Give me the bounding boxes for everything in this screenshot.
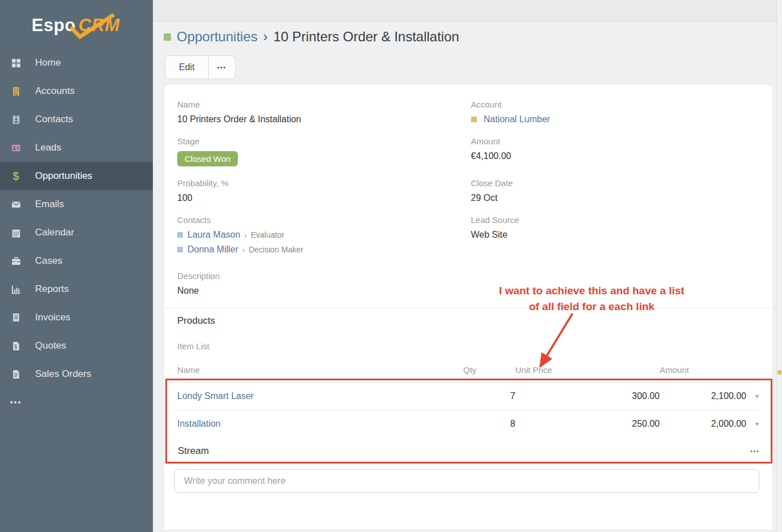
product-link[interactable]: Installation [177,419,221,428]
scrollbar[interactable] [776,0,782,532]
qty-cell: 8 [463,410,515,438]
sidebar-item-label: Invoices [35,312,70,323]
sidebar-item-quotes[interactable]: $ Quotes [0,332,153,360]
calendar-icon [10,228,22,238]
table-row: Londy Smart Laser 7 300.00 2,100.00 ▾ [177,383,759,410]
top-bar [153,0,782,22]
field-label: Description [177,271,465,281]
sidebar-item-opportunities[interactable]: $ Opportunities [0,162,153,190]
sidebar-item-invoices[interactable]: Invoices [0,303,153,332]
contact-entity-square-icon [177,232,183,238]
product-link[interactable]: Londy Smart Laser [177,391,254,401]
account-link[interactable]: National Lumber [484,114,550,124]
sidebar-item-label: Opportunities [35,170,92,182]
stream-menu-button[interactable]: ••• [750,448,759,454]
sidebar-item-label: Calendar [35,227,74,238]
field-label: Lead Source [471,215,759,225]
page-title: 10 Printers Order & Installation [274,29,459,45]
sidebar-item-label: Reports [35,284,69,295]
scrollbar-marker [777,370,781,375]
record-menu-button[interactable]: ••• [209,55,236,79]
sidebar-item-calendar[interactable]: Calendar [0,218,153,247]
products-section: Products Item List Name Qty Unit Price A… [164,308,772,437]
field-value: €4,100.00 [471,151,759,161]
field-label: Contacts [177,215,465,225]
sidebar-item-label: Sales Orders [35,368,91,380]
building-icon [10,86,22,96]
sidebar-item-label: Emails [35,199,64,210]
comment-input[interactable] [174,469,759,493]
grid-icon [10,58,22,68]
breadcrumb-opportunities-link[interactable]: Opportunities [177,29,258,45]
sidebar-item-label: Cases [35,255,62,267]
breadcrumb-separator: › [263,29,268,45]
contact-link[interactable]: Laura Mason [187,230,240,240]
logo-text-espo: Espo [32,15,76,36]
breadcrumb: Opportunities › 10 Printers Order & Inst… [164,29,782,45]
quote-doc-icon: $ [10,341,22,351]
contact-role: Decision Maker [249,245,303,254]
table-row: Installation 8 250.00 2,000.00 ▾ [177,410,759,438]
column-header-amount: Amount [660,358,759,383]
stream-section: Stream ••• [164,437,772,493]
sidebar-item-leads[interactable]: Leads [0,134,153,162]
unit-price-cell: 300.00 [515,383,660,410]
field-probability: Probability, % 100 [177,178,465,203]
field-value: Web Site [471,230,759,240]
field-label: Probability, % [177,178,465,188]
field-description: Description None [177,271,465,296]
main-content: Opportunities › 10 Printers Order & Inst… [153,0,782,532]
espocrm-logo[interactable]: Espo CRM [0,0,153,49]
annotation-text: I want to achieve this and have a list o… [469,283,715,315]
sidebar-item-emails[interactable]: Emails [0,190,153,218]
field-label: Name [177,100,465,109]
order-doc-icon [10,369,22,379]
field-label: Close Date [471,178,759,188]
field-value: 100 [177,193,465,203]
sidebar-item-label: Home [35,57,61,68]
table-header-row: Name Qty Unit Price Amount [177,358,759,383]
sidebar-item-label: Accounts [35,85,75,97]
svg-text:$: $ [14,345,17,350]
opportunity-entity-square-icon [164,33,171,41]
row-dropdown-caret-icon[interactable]: ▾ [755,420,759,428]
fields-grid: Name 10 Printers Order & Installation Ac… [164,85,772,308]
products-heading: Products [177,315,759,327]
column-header-name: Name [177,358,463,383]
sidebar-item-sales-orders[interactable]: Sales Orders [0,360,153,388]
field-label: Stage [177,136,465,146]
stream-heading: Stream [178,445,209,457]
unit-price-cell: 250.00 [515,410,660,438]
field-stage: Stage Closed Won [177,136,465,166]
dollar-icon: $ [10,171,22,181]
column-header-unit-price: Unit Price [515,358,660,383]
sidebar-item-label: Quotes [35,340,66,351]
sidebar-item-reports[interactable]: Reports [0,275,153,303]
briefcase-icon [10,256,22,266]
id-badge-icon [10,114,22,125]
field-label: Amount [471,136,759,146]
logo-text-crm: CRM [78,15,122,36]
field-value: None [177,286,465,296]
field-lead-source: Lead Source Web Site [471,215,759,259]
field-contacts: Contacts Laura Mason › Evaluator Donna M… [177,215,465,259]
account-entity-square-icon [471,117,477,122]
sidebar-item-home[interactable]: Home [0,49,153,77]
contact-row: Laura Mason › Evaluator [177,230,465,240]
bar-chart-icon [10,284,22,294]
sidebar-item-cases[interactable]: Cases [0,247,153,275]
sidebar-item-contacts[interactable]: Contacts [0,105,153,134]
contact-link[interactable]: Donna Miller [187,244,238,255]
sidebar: Espo CRM Home Accounts Contacts [0,0,153,532]
sidebar-more-button[interactable]: ••• [0,388,153,417]
edit-button[interactable]: Edit [165,55,209,79]
row-dropdown-caret-icon[interactable]: ▾ [755,392,759,400]
field-name: Name 10 Printers Order & Installation [177,100,465,125]
sidebar-item-label: Leads [35,142,61,153]
ellipsis-icon: ••• [10,397,22,407]
contact-role: Evaluator [251,230,284,239]
amount-cell: 2,000.00 [711,419,746,429]
amount-cell: 2,100.00 [711,391,746,401]
record-toolbar: Edit ••• [165,55,782,79]
sidebar-item-accounts[interactable]: Accounts [0,77,153,105]
